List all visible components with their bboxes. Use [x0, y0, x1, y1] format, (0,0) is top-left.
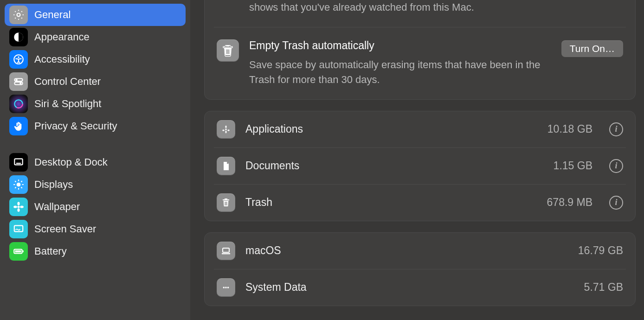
- recommendations-panel: shows that you've already watched from t…: [204, 0, 636, 100]
- laptop-icon: [217, 242, 235, 260]
- siri-icon: [9, 95, 28, 113]
- storage-size: 10.18 GB: [547, 123, 592, 135]
- storage-size: 5.71 GB: [584, 281, 623, 294]
- svg-point-22: [225, 128, 226, 130]
- system-storage-panel: macOS 16.79 GB System Data 5.71 GB: [204, 232, 636, 306]
- battery-icon: [9, 242, 28, 261]
- svg-rect-23: [223, 248, 229, 252]
- trash-icon: [217, 193, 235, 212]
- sidebar-item-label: Battery: [34, 245, 67, 257]
- sidebar: General Appearance Accessibility Control…: [0, 0, 190, 320]
- storage-row-documents[interactable]: Documents 1.15 GB i: [205, 148, 635, 184]
- sidebar-item-label: Control Center: [34, 76, 101, 88]
- screensaver-icon: [9, 220, 28, 238]
- dock-icon: [9, 153, 28, 172]
- main-content: shows that you've already watched from t…: [190, 0, 644, 320]
- sidebar-item-general[interactable]: General: [5, 4, 186, 26]
- storage-size: 678.9 MB: [547, 196, 592, 209]
- svg-point-24: [223, 287, 225, 288]
- sidebar-item-privacy[interactable]: Privacy & Security: [5, 115, 186, 137]
- turn-on-button[interactable]: Turn On…: [561, 40, 623, 57]
- sidebar-item-label: Screen Saver: [34, 223, 96, 235]
- svg-point-25: [225, 287, 227, 288]
- svg-point-13: [17, 205, 19, 208]
- applications-icon: [217, 120, 235, 139]
- accessibility-icon: [9, 50, 28, 69]
- storage-categories-panel: Applications 10.18 GB i Documents 1.15 G…: [204, 111, 636, 221]
- sidebar-item-accessibility[interactable]: Accessibility: [5, 48, 186, 70]
- sidebar-item-label: Accessibility: [34, 53, 90, 65]
- flower-icon: [9, 198, 28, 216]
- svg-point-14: [17, 202, 19, 205]
- svg-point-3: [18, 56, 19, 58]
- sidebar-item-label: Desktop & Dock: [34, 156, 108, 168]
- storage-label: Applications: [245, 123, 537, 135]
- storage-label: Documents: [245, 160, 543, 172]
- svg-rect-11: [16, 163, 21, 164]
- sidebar-item-label: Wallpaper: [34, 201, 80, 213]
- svg-point-26: [227, 287, 229, 288]
- svg-point-12: [17, 183, 21, 187]
- storage-row-applications[interactable]: Applications 10.18 GB i: [205, 111, 635, 147]
- sidebar-item-label: Appearance: [34, 31, 90, 43]
- document-icon: [217, 157, 235, 175]
- sidebar-item-label: Displays: [34, 179, 73, 191]
- storage-row-macos: macOS 16.79 GB: [205, 233, 635, 269]
- sidebar-item-control-center[interactable]: Control Center: [5, 70, 186, 93]
- storage-size: 16.79 GB: [578, 244, 623, 257]
- sidebar-item-label: Siri & Spotlight: [34, 98, 101, 110]
- gear-icon: [9, 6, 28, 24]
- sidebar-item-displays[interactable]: Displays: [5, 173, 186, 196]
- info-button[interactable]: i: [609, 196, 623, 210]
- control-center-icon: [9, 72, 28, 91]
- svg-rect-20: [15, 250, 21, 252]
- svg-rect-21: [23, 250, 24, 252]
- sidebar-item-battery[interactable]: Battery: [5, 240, 186, 262]
- storage-label: System Data: [245, 281, 574, 294]
- storage-size: 1.15 GB: [554, 160, 592, 172]
- svg-rect-10: [14, 159, 22, 165]
- svg-point-16: [13, 205, 17, 208]
- sidebar-item-label: General: [34, 9, 71, 21]
- storage-row-trash[interactable]: Trash 678.9 MB i: [205, 185, 635, 221]
- system-data-icon: [217, 278, 235, 297]
- svg-point-17: [20, 205, 24, 208]
- trash-icon: [217, 39, 239, 62]
- hand-icon: [9, 117, 28, 135]
- sidebar-item-siri[interactable]: Siri & Spotlight: [5, 93, 186, 115]
- svg-rect-18: [14, 225, 23, 231]
- storage-row-system-data: System Data 5.71 GB: [205, 269, 635, 306]
- svg-point-0: [17, 13, 20, 17]
- recommendation-desc: Save space by automatically erasing item…: [249, 58, 551, 87]
- appearance-icon: [9, 28, 28, 46]
- sidebar-item-screensaver[interactable]: Screen Saver: [5, 218, 186, 240]
- svg-point-7: [19, 83, 21, 84]
- recommendation-title: Empty Trash automatically: [249, 39, 551, 52]
- svg-point-15: [17, 208, 19, 212]
- recommendation-previous-desc: shows that you've already watched from t…: [205, 0, 635, 27]
- info-button[interactable]: i: [609, 122, 623, 136]
- sidebar-item-wallpaper[interactable]: Wallpaper: [5, 196, 186, 218]
- svg-point-5: [16, 79, 18, 81]
- sidebar-item-appearance[interactable]: Appearance: [5, 26, 186, 48]
- sidebar-item-desktop[interactable]: Desktop & Dock: [5, 151, 186, 173]
- storage-label: macOS: [245, 244, 568, 257]
- info-button[interactable]: i: [609, 159, 623, 173]
- sun-icon: [9, 175, 28, 194]
- sidebar-item-label: Privacy & Security: [34, 120, 117, 132]
- storage-label: Trash: [245, 196, 537, 209]
- recommendation-row-empty-trash: Empty Trash automatically Save space by …: [205, 27, 635, 99]
